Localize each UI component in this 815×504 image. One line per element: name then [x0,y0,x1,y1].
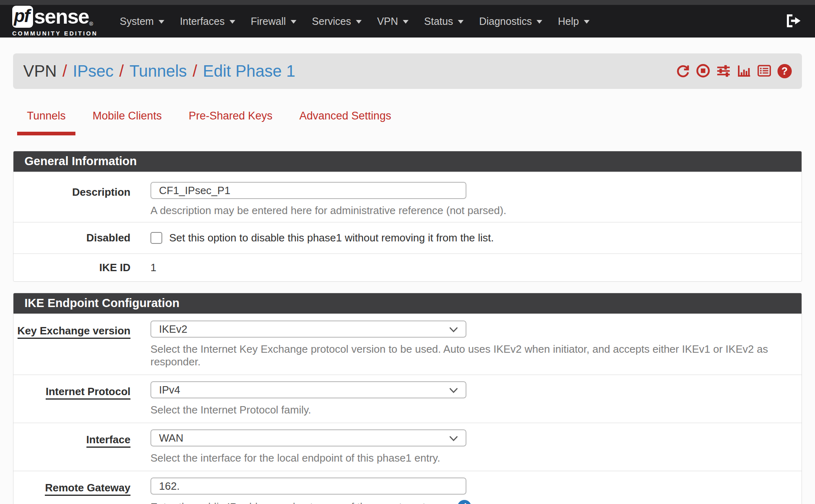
disabled-checkbox-label: Set this option to disable this phase1 w… [169,232,494,244]
remote-gateway-help: Enter the public IP address or host name… [150,500,802,504]
sliders-icon [716,64,731,79]
ike-id-label: IKE ID [13,261,130,274]
chevron-down-icon [449,384,458,396]
help-button[interactable]: ? [777,64,792,78]
nav-item-system[interactable]: System [120,15,164,27]
description-input[interactable] [150,182,466,199]
remote-gateway-row: Remote Gateway Enter the public IP addre… [13,471,802,504]
internet-protocol-row: Internet Protocol IPv4 Select the Intern… [13,374,802,422]
navbar-menu: System Interfaces Firewall Services VPN … [120,15,605,27]
ike-id-value: 1 [150,261,156,274]
nav-item-status[interactable]: Status [424,15,464,27]
nav-item-interfaces[interactable]: Interfaces [180,15,235,27]
registered-mark: ® [89,21,93,27]
pfsense-wordmark: pf sense ® [12,6,98,28]
interface-label: Interface [13,429,130,464]
nav-item-vpn[interactable]: VPN [377,15,409,27]
nav-item-firewall[interactable]: Firewall [251,15,296,27]
help-icon: ? [777,64,792,78]
nav-item-diagnostics[interactable]: Diagnostics [479,15,542,27]
disabled-row: Disabled Set this option to disable this… [13,222,802,253]
info-icon[interactable]: i [457,500,471,504]
sliders-button[interactable] [716,64,731,79]
refresh-button[interactable] [676,64,690,79]
breadcrumb-link-edit-phase-1[interactable]: Edit Phase 1 [203,62,296,80]
breadcrumb-root: VPN [23,62,57,80]
description-help: A description may be entered here for ad… [150,204,802,217]
tab-bar: Tunnels Mobile Clients Pre-Shared Keys A… [17,110,815,135]
interface-select[interactable]: WAN [150,429,466,447]
breadcrumb-separator: / [62,62,67,80]
caret-down-icon [230,20,235,24]
breadcrumb-bar: VPN / IPsec / Tunnels / Edit Phase 1 [13,53,802,89]
ike-id-row: IKE ID 1 [13,253,802,281]
internet-protocol-select[interactable]: IPv4 [150,381,466,398]
caret-down-icon [291,20,296,24]
tab-tunnels[interactable]: Tunnels [17,110,75,135]
breadcrumb: VPN / IPsec / Tunnels / Edit Phase 1 [23,62,295,80]
chevron-down-icon [449,323,458,336]
list-icon [757,64,771,79]
sense-logo-text: sense [34,7,89,27]
key-exchange-version-label: Key Exchange version [13,321,130,368]
stop-button[interactable] [696,64,710,79]
breadcrumb-link-ipsec[interactable]: IPsec [73,62,113,80]
nav-item-help[interactable]: Help [558,15,589,27]
community-edition-label: COMMUNITY EDITION [12,30,98,37]
tab-advanced-settings[interactable]: Advanced Settings [289,110,401,135]
pfsense-logo[interactable]: pf sense ® COMMUNITY EDITION [12,6,98,37]
caret-down-icon [356,20,362,24]
key-exchange-version-help: Select the Internet Key Exchange protoco… [150,343,802,368]
description-row: Description A description may be entered… [13,172,802,222]
interface-help: Select the interface for the local endpo… [150,452,802,464]
tab-mobile-clients[interactable]: Mobile Clients [83,110,172,135]
general-information-panel: General Information Description A descri… [13,151,802,282]
caret-down-icon [537,20,542,24]
remote-gateway-label: Remote Gateway [13,477,130,504]
refresh-icon [676,64,690,79]
bar-chart-icon [737,64,751,79]
breadcrumb-separator: / [119,62,124,80]
stop-icon [696,64,710,79]
key-exchange-version-row: Key Exchange version IKEv2 Select the In… [13,314,802,374]
sign-out-icon [786,14,803,29]
pf-logo-box: pf [12,6,33,28]
caret-down-icon [458,20,464,24]
internet-protocol-label: Internet Protocol [13,381,130,416]
nav-item-services[interactable]: Services [312,15,362,27]
ike-endpoint-configuration-panel: IKE Endpoint Configuration Key Exchange … [13,293,802,504]
status-graph-button[interactable] [737,64,751,79]
chevron-down-icon [449,432,458,444]
section-title: General Information [13,151,802,172]
internet-protocol-help: Select the Internet Protocol family. [150,404,802,416]
main-navbar: pf sense ® COMMUNITY EDITION System Inte… [0,5,815,38]
pfsense-page: pf sense ® COMMUNITY EDITION System Inte… [0,0,815,504]
caret-down-icon [159,20,164,24]
breadcrumb-separator: / [192,62,197,80]
breadcrumb-link-tunnels[interactable]: Tunnels [130,62,187,80]
caret-down-icon [584,20,590,24]
remote-gateway-input[interactable] [150,477,466,495]
logout-button[interactable] [786,14,803,29]
description-label: Description [13,182,130,217]
interface-row: Interface WAN Select the interface for t… [13,422,802,471]
page-action-icons: ? [676,64,792,79]
section-title: IKE Endpoint Configuration [13,293,802,314]
disabled-checkbox[interactable] [150,232,162,244]
tab-pre-shared-keys[interactable]: Pre-Shared Keys [179,110,283,135]
window-top-strip [0,0,815,5]
caret-down-icon [403,20,409,24]
log-view-button[interactable] [757,64,771,79]
key-exchange-version-select[interactable]: IKEv2 [150,321,466,338]
disabled-label: Disabled [13,232,130,244]
